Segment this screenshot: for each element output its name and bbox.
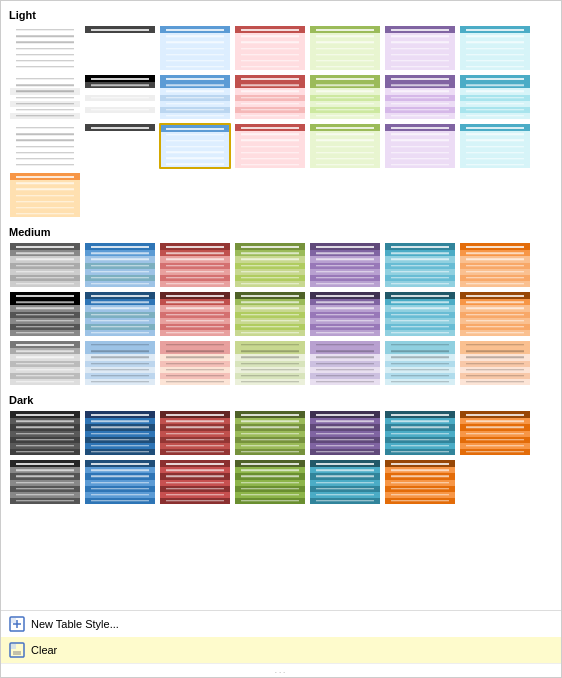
table-style-thumb-l5[interactable] bbox=[309, 25, 381, 71]
table-style-thumb-m9[interactable] bbox=[84, 291, 156, 337]
table-style-panel: Light Medium Dark New Table Style... bbox=[0, 0, 562, 678]
table-style-thumb-m12[interactable] bbox=[309, 291, 381, 337]
table-style-thumb-m13[interactable] bbox=[384, 291, 456, 337]
table-style-thumb-m10[interactable] bbox=[159, 291, 231, 337]
table-style-thumb-l7[interactable] bbox=[459, 25, 531, 71]
table-style-thumb-m3[interactable] bbox=[159, 242, 231, 288]
footer: New Table Style... Clear bbox=[1, 610, 561, 663]
table-style-thumb-d5[interactable] bbox=[309, 410, 381, 456]
section-dark-label: Dark bbox=[9, 394, 553, 406]
table-style-thumb-m15[interactable] bbox=[9, 340, 81, 386]
clear-label: Clear bbox=[31, 644, 57, 656]
table-style-thumb-l11[interactable] bbox=[234, 74, 306, 120]
table-style-thumb-d10[interactable] bbox=[159, 459, 231, 505]
svg-rect-3 bbox=[11, 618, 16, 623]
section-light-label: Light bbox=[9, 9, 553, 21]
table-style-thumb-m16[interactable] bbox=[84, 340, 156, 386]
table-style-thumb-d9[interactable] bbox=[84, 459, 156, 505]
table-style-thumb-l16[interactable] bbox=[84, 123, 156, 169]
table-style-thumb-m4[interactable] bbox=[234, 242, 306, 288]
new-style-icon bbox=[9, 616, 25, 632]
table-style-thumb-d11[interactable] bbox=[234, 459, 306, 505]
section-medium-label: Medium bbox=[9, 226, 553, 238]
table-style-thumb-m11[interactable] bbox=[234, 291, 306, 337]
table-style-thumb-l12[interactable] bbox=[309, 74, 381, 120]
table-style-thumb-m8[interactable] bbox=[9, 291, 81, 337]
table-style-thumb-l9[interactable] bbox=[84, 74, 156, 120]
table-style-thumb-l8[interactable] bbox=[9, 74, 81, 120]
table-style-thumb-d4[interactable] bbox=[234, 410, 306, 456]
table-style-thumb-d13[interactable] bbox=[384, 459, 456, 505]
table-style-thumb-m7[interactable] bbox=[459, 242, 531, 288]
medium-style-grid bbox=[9, 242, 553, 386]
table-style-thumb-l15[interactable] bbox=[9, 123, 81, 169]
table-style-thumb-l19[interactable] bbox=[309, 123, 381, 169]
table-style-thumb-l3[interactable] bbox=[159, 25, 231, 71]
table-style-thumb-d7[interactable] bbox=[459, 410, 531, 456]
table-style-thumb-m21[interactable] bbox=[459, 340, 531, 386]
table-style-thumb-m20[interactable] bbox=[384, 340, 456, 386]
table-style-thumb-m17[interactable] bbox=[159, 340, 231, 386]
table-style-thumb-l18[interactable] bbox=[234, 123, 306, 169]
style-scroll-area[interactable]: Light Medium Dark bbox=[1, 1, 561, 610]
table-style-thumb-l4[interactable] bbox=[234, 25, 306, 71]
table-style-thumb-l10[interactable] bbox=[159, 74, 231, 120]
table-style-thumb-d2[interactable] bbox=[84, 410, 156, 456]
table-style-thumb-l2[interactable] bbox=[84, 25, 156, 71]
light-style-grid bbox=[9, 25, 553, 218]
table-style-thumb-l1[interactable] bbox=[9, 25, 81, 71]
table-style-thumb-m18[interactable] bbox=[234, 340, 306, 386]
svg-rect-5 bbox=[11, 644, 16, 649]
table-style-thumb-d6[interactable] bbox=[384, 410, 456, 456]
dark-style-grid bbox=[9, 410, 553, 505]
table-style-thumb-m19[interactable] bbox=[309, 340, 381, 386]
table-style-thumb-l6[interactable] bbox=[384, 25, 456, 71]
table-style-thumb-m6[interactable] bbox=[384, 242, 456, 288]
table-style-thumb-m2[interactable] bbox=[84, 242, 156, 288]
table-style-thumb-l14[interactable] bbox=[459, 74, 531, 120]
table-style-thumb-d12[interactable] bbox=[309, 459, 381, 505]
table-style-thumb-d8[interactable] bbox=[9, 459, 81, 505]
table-style-thumb-l17[interactable] bbox=[159, 123, 231, 169]
divider-dots: ... bbox=[1, 663, 561, 677]
table-style-thumb-m5[interactable] bbox=[309, 242, 381, 288]
clear-icon bbox=[9, 642, 25, 658]
new-table-style-label: New Table Style... bbox=[31, 618, 119, 630]
table-style-thumb-l20[interactable] bbox=[384, 123, 456, 169]
table-style-thumb-m14[interactable] bbox=[459, 291, 531, 337]
table-style-thumb-d1[interactable] bbox=[9, 410, 81, 456]
clear-button[interactable]: Clear bbox=[1, 637, 561, 663]
new-table-style-button[interactable]: New Table Style... bbox=[1, 611, 561, 637]
table-style-thumb-m1[interactable] bbox=[9, 242, 81, 288]
table-style-thumb-d3[interactable] bbox=[159, 410, 231, 456]
table-style-thumb-l21[interactable] bbox=[459, 123, 531, 169]
table-style-thumb-l22[interactable] bbox=[9, 172, 81, 218]
table-style-thumb-l13[interactable] bbox=[384, 74, 456, 120]
